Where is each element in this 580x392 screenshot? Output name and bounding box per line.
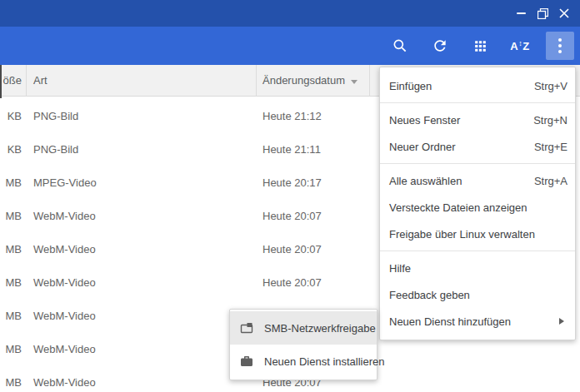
menu-item-label: Versteckte Dateien anzeigen xyxy=(389,201,528,214)
cell-type: MPEG-Video xyxy=(33,166,97,200)
grid-view-button[interactable] xyxy=(466,32,494,60)
menu-item-neuer-ordner[interactable]: Neuer Ordner Strg+E xyxy=(380,133,575,160)
briefcase-icon xyxy=(240,355,253,368)
cell-date: Heute 21:12 xyxy=(262,100,322,133)
grid-view-icon xyxy=(472,38,488,54)
title-bar xyxy=(0,0,580,27)
sort-az-icon: A↕Z xyxy=(510,39,529,52)
close-button[interactable] xyxy=(553,2,575,24)
cell-size: MB xyxy=(0,300,22,333)
cell-type: WebM-Video xyxy=(33,300,96,333)
menu-item-linux-freigabe[interactable]: Freigabe über Linux verwalten xyxy=(380,221,575,247)
search-icon xyxy=(392,37,408,54)
column-header-size[interactable]: öße xyxy=(0,65,22,97)
toolbar: A↕Z xyxy=(0,27,580,65)
cell-size: KB xyxy=(0,100,22,133)
menu-item-label: Einfügen xyxy=(389,80,432,92)
close-icon xyxy=(559,8,569,18)
refresh-button[interactable] xyxy=(426,32,454,60)
search-button[interactable] xyxy=(386,32,414,60)
submenu-item-smb-netzwerkfreigabe[interactable]: SMB-Netzwerkfreigabe xyxy=(230,311,377,345)
cell-size: MB xyxy=(0,166,22,200)
cell-size: MB xyxy=(0,200,22,233)
submenu-item-neuen-dienst-installieren[interactable]: Neuen Dienst installieren xyxy=(230,345,377,378)
minimize-icon xyxy=(517,12,526,14)
menu-item-feedback[interactable]: Feedback geben xyxy=(380,281,575,308)
cell-type: PNG-Bild xyxy=(33,100,78,133)
cell-date: Heute 21:11 xyxy=(262,133,321,166)
column-divider xyxy=(256,65,257,97)
cell-type: WebM-Video xyxy=(33,233,96,266)
menu-item-label: Hilfe xyxy=(389,262,411,275)
menu-item-shortcut: Strg+E xyxy=(534,141,568,153)
more-menu-dropdown: Einfügen Strg+V Neues Fenster Strg+N Neu… xyxy=(379,67,576,340)
menu-item-versteckte-dateien[interactable]: Versteckte Dateien anzeigen xyxy=(380,194,575,221)
sort-button[interactable]: A↕Z xyxy=(506,32,534,60)
cell-date: Heute 20:17 xyxy=(262,166,322,200)
cell-type: WebM-Video xyxy=(33,366,96,392)
cell-type: WebM-Video xyxy=(33,266,96,300)
menu-item-label: Neuer Ordner xyxy=(389,141,455,153)
menu-item-neuen-dienst-hinzufuegen[interactable]: Neuen Dienst hinzufügen xyxy=(380,308,575,335)
refresh-icon xyxy=(432,37,448,54)
minimize-button[interactable] xyxy=(510,2,532,24)
restore-icon xyxy=(538,8,548,19)
sort-desc-icon xyxy=(351,80,358,84)
menu-item-neues-fenster[interactable]: Neues Fenster Strg+N xyxy=(380,107,575,133)
submenu-item-label: SMB-Netzwerkfreigabe xyxy=(264,322,376,335)
cell-date: Heute 20:07 xyxy=(262,266,322,300)
cell-type: WebM-Video xyxy=(33,333,96,366)
column-divider xyxy=(26,65,27,97)
submenu-arrow-icon xyxy=(559,318,564,325)
cell-size: MB xyxy=(0,233,22,266)
menu-item-shortcut: Strg+A xyxy=(534,175,568,187)
cell-size: MB xyxy=(0,266,22,300)
cell-size: MB xyxy=(0,333,22,366)
kebab-menu-icon xyxy=(558,38,562,53)
menu-separator xyxy=(380,102,575,103)
window-left-edge xyxy=(0,65,2,98)
cell-size: MB xyxy=(0,366,22,392)
menu-item-label: Neuen Dienst hinzufügen xyxy=(389,315,511,328)
more-menu-button[interactable] xyxy=(546,32,574,60)
column-header-date-label: Änderungsdatum xyxy=(262,65,345,97)
menu-item-label: Alle auswählen xyxy=(389,175,462,187)
menu-item-label: Feedback geben xyxy=(389,289,470,301)
column-divider xyxy=(369,65,370,97)
cell-type: WebM-Video xyxy=(33,200,96,233)
menu-item-label: Freigabe über Linux verwalten xyxy=(389,228,535,241)
smb-share-icon xyxy=(240,321,253,335)
cell-date: Heute 20:07 xyxy=(262,200,322,233)
menu-item-hilfe[interactable]: Hilfe xyxy=(380,255,575,281)
menu-item-shortcut: Strg+N xyxy=(533,114,568,127)
menu-item-label: Neues Fenster xyxy=(389,114,460,127)
cell-size: KB xyxy=(0,133,22,166)
column-header-date[interactable]: Änderungsdatum xyxy=(262,65,358,97)
submenu-item-label: Neuen Dienst installieren xyxy=(264,355,385,368)
menu-separator xyxy=(380,251,575,251)
restore-button[interactable] xyxy=(532,2,553,24)
menu-item-shortcut: Strg+V xyxy=(534,80,568,92)
menu-item-einfuegen[interactable]: Einfügen Strg+V xyxy=(380,72,575,99)
neuer-dienst-submenu: SMB-Netzwerkfreigabe Neuen Dienst instal… xyxy=(229,309,378,380)
menu-item-alle-auswaehlen[interactable]: Alle auswählen Strg+A xyxy=(380,167,575,194)
cell-type: PNG-Bild xyxy=(33,133,78,166)
cell-date: Heute 20:07 xyxy=(262,233,322,266)
menu-separator xyxy=(380,163,575,164)
column-header-type[interactable]: Art xyxy=(33,65,48,97)
files-app-window: A↕Z öße Art Änderungsdatum KB PNG-Bild H… xyxy=(0,0,580,392)
